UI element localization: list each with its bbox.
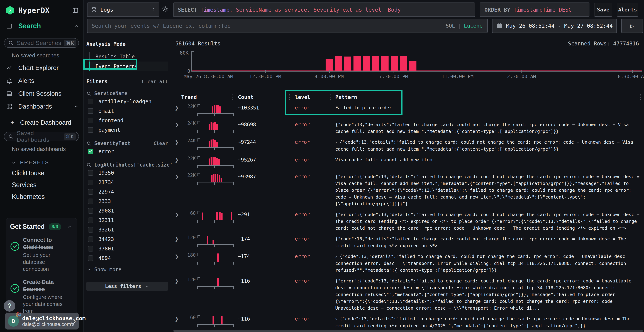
presets-toggle[interactable]: PRESETS <box>0 155 83 167</box>
table-row[interactable]: ❯24K~97244error×{"code":13,"details":"fa… <box>172 136 644 152</box>
histogram-bar[interactable] <box>354 56 361 71</box>
sidebar-item-client-sessions[interactable]: Client Sessions <box>0 87 83 100</box>
checkbox[interactable] <box>88 180 94 185</box>
table-row[interactable]: ❯120~174error{"code":13,"details":"faile… <box>172 233 644 249</box>
row-expand-chevron-icon[interactable]: ❯ <box>174 276 184 284</box>
column-header-level[interactable]: level <box>295 94 310 100</box>
alerts-button[interactable]: Alerts <box>617 3 638 17</box>
filter-option[interactable]: 34423 <box>86 235 168 244</box>
row-expand-chevron-icon[interactable]: ❯ <box>174 120 184 127</box>
order-by-input[interactable]: ORDER BY TimestampTime DESC <box>480 2 590 17</box>
chevron-up-icon[interactable] <box>74 24 79 29</box>
table-row[interactable]: ❯22K~93987error{"error":{"code":13,"deta… <box>172 170 644 207</box>
checkbox[interactable] <box>88 170 94 176</box>
clear-all-link[interactable]: Clear all <box>142 79 168 84</box>
time-range-picker[interactable]: May 26 08:52:44 - May 27 08:52:44 <box>492 18 617 33</box>
row-expand-chevron-icon[interactable]: ❯ <box>174 172 184 180</box>
get-started-item[interactable]: Create Data SourcesConfigure where your … <box>10 278 72 314</box>
select-columns-input[interactable]: SELECT Timestamp , ServiceName as servic… <box>173 2 475 17</box>
histogram-bar[interactable] <box>409 61 416 71</box>
search-icon[interactable] <box>86 162 92 168</box>
checkbox[interactable] <box>88 208 94 214</box>
histogram-bar[interactable] <box>382 56 388 71</box>
histogram-bar[interactable] <box>372 56 379 71</box>
source-select[interactable]: Logs <box>87 2 160 17</box>
checkbox[interactable] <box>88 189 94 194</box>
table-row[interactable]: ❯60~116error×{"code":13,"details":"faile… <box>172 313 644 329</box>
column-drag-handle-icon[interactable] <box>232 94 232 100</box>
checkbox[interactable] <box>88 236 94 242</box>
filter-option[interactable]: artillery-loadgen <box>86 97 168 106</box>
column-drag-handle-icon[interactable] <box>330 94 330 100</box>
show-more-link[interactable]: Show more <box>86 265 168 274</box>
preset-kubernetes[interactable]: Kubernetes <box>0 191 83 203</box>
table-row[interactable]: ❯180~174error×{"code":13,"details":"fail… <box>172 250 644 274</box>
preset-clickhouse[interactable]: ClickHouse <box>0 167 83 179</box>
checkbox[interactable] <box>88 127 94 133</box>
row-expand-chevron-icon[interactable]: ❯ <box>174 251 184 259</box>
preset-services[interactable]: Services <box>0 179 83 191</box>
help-button[interactable]: ? <box>4 300 16 312</box>
histogram-bar[interactable] <box>400 56 407 71</box>
filter-option[interactable]: 22974 <box>86 187 168 196</box>
checkbox[interactable] <box>88 256 94 261</box>
query-language-toggle[interactable]: SQL | Lucene <box>446 23 483 29</box>
filter-option[interactable]: email <box>86 106 168 116</box>
column-header-pattern[interactable]: Pattern <box>335 94 357 100</box>
event-search-input[interactable] <box>88 19 446 32</box>
filter-option[interactable]: payment <box>86 126 168 134</box>
row-expand-chevron-icon[interactable]: ❯ <box>174 155 184 162</box>
checkbox[interactable] <box>88 99 94 104</box>
user-menu[interactable]: D dale@clickhouse.com dale@clickhouse.co… <box>5 313 79 330</box>
row-expand-chevron-icon[interactable]: ❯ <box>174 234 184 242</box>
histogram-bar[interactable] <box>326 60 333 71</box>
filter-option[interactable]: 2333 <box>86 197 168 206</box>
checkbox[interactable] <box>88 198 94 204</box>
column-header-count[interactable]: Count <box>238 94 254 100</box>
sidebar-collapse-icon[interactable] <box>72 7 79 14</box>
sql-mode-option[interactable]: SQL <box>446 23 455 29</box>
histogram-bar[interactable] <box>335 56 342 71</box>
chevron-up-icon[interactable] <box>67 224 72 229</box>
sidebar-item-dashboards[interactable]: Dashboards <box>0 100 83 113</box>
sidebar-item-chart-explorer[interactable]: Chart Explorer <box>0 61 83 74</box>
row-expand-chevron-icon[interactable]: ❯ <box>174 314 184 322</box>
filter-option[interactable]: 29081 <box>86 206 168 215</box>
histogram-bar[interactable] <box>344 56 351 71</box>
checkbox-checked-icon[interactable] <box>88 149 94 154</box>
less-filters-button[interactable]: Less filters <box>86 282 168 291</box>
sidebar-item-alerts[interactable]: Alerts <box>0 74 83 87</box>
row-expand-chevron-icon[interactable]: ❯ <box>174 137 184 145</box>
filter-option[interactable]: 21734 <box>86 178 168 187</box>
analysis-mode-event-patterns[interactable]: Event Patterns <box>89 62 168 71</box>
table-menu-icon[interactable] <box>640 94 641 100</box>
checkbox[interactable] <box>88 227 94 232</box>
filter-option[interactable]: 19350 <box>86 168 168 177</box>
row-expand-chevron-icon[interactable]: ❯ <box>174 103 184 110</box>
search-icon[interactable] <box>86 91 92 96</box>
filter-option[interactable]: 37801 <box>86 244 168 253</box>
clear-link[interactable]: Clear <box>154 140 168 146</box>
table-row[interactable]: ❯24K~98698error{"code":13,"details":"fai… <box>172 118 644 135</box>
analysis-mode-results-table[interactable]: Results Table <box>89 52 168 62</box>
table-row[interactable]: ❯22K~103351errorFailed to place order <box>172 102 644 117</box>
lucene-mode-option[interactable]: Lucene <box>464 23 483 29</box>
table-row[interactable]: ❯60~291error{"error":{"code":13,"details… <box>172 208 644 232</box>
histogram-bar[interactable] <box>391 56 398 71</box>
create-dashboard-button[interactable]: + Create Dashboard <box>0 114 83 128</box>
filter-option[interactable]: 33261 <box>86 225 168 234</box>
horizontal-scrollbar[interactable] <box>173 330 643 332</box>
sidebar-item-search[interactable]: Search <box>0 19 83 33</box>
filter-option[interactable]: 32311 <box>86 216 168 225</box>
saved-dashboards-input[interactable]: Saved Dashboards ⌘K <box>4 132 79 141</box>
table-row[interactable]: ❯22K~95267errorVisa cache full: cannot a… <box>172 154 644 170</box>
chevron-up-icon[interactable] <box>74 104 79 109</box>
filter-option[interactable]: 4894 <box>86 254 168 262</box>
run-query-button[interactable]: ▷ <box>621 18 643 33</box>
saved-searches-input[interactable]: Saved Searches ⌘K <box>4 38 79 48</box>
filter-option[interactable]: frontend <box>86 116 168 125</box>
search-icon[interactable] <box>86 141 92 146</box>
checkbox[interactable] <box>88 118 94 123</box>
filter-option[interactable]: error <box>86 147 168 156</box>
column-header-trend[interactable]: Trend <box>181 94 197 100</box>
